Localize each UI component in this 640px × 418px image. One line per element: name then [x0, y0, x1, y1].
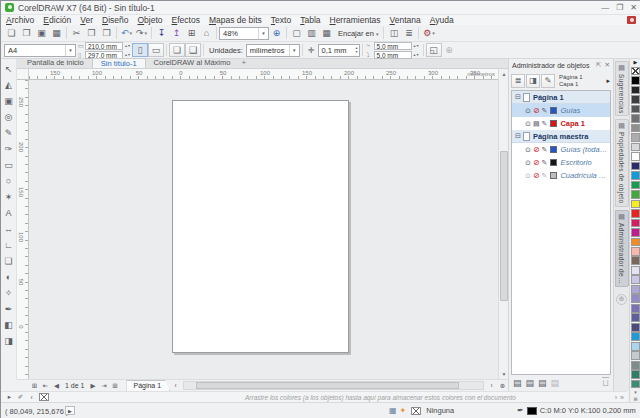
color-swatch[interactable] — [631, 124, 640, 133]
scroll-left-icon[interactable]: ‹ — [170, 382, 181, 389]
new-layer-button[interactable]: ▤ — [513, 378, 522, 388]
eyedropper-icon[interactable]: ✐ — [15, 393, 26, 401]
expand-palette-icon[interactable]: » — [620, 394, 624, 401]
duplicate-x-field[interactable]: 5,0 mm — [374, 42, 412, 50]
polygon-tool[interactable]: ✶ — [2, 189, 16, 205]
redo-icon[interactable]: ↷▾ — [134, 26, 149, 40]
tree-row-layer[interactable]: ⊙⊘✎Guías — [512, 104, 610, 117]
scroll-right-icon[interactable]: › — [486, 382, 497, 389]
no-color-swatch[interactable] — [39, 393, 49, 401]
color-swatch[interactable] — [631, 380, 640, 389]
import-icon[interactable]: ↧ — [154, 26, 169, 40]
palette-scroll-down-icon[interactable]: ▾ — [634, 389, 637, 395]
stepper-icon[interactable]: ▴▾ — [356, 46, 358, 54]
close-icon[interactable]: ✕ — [605, 61, 610, 69]
show-object-properties-button[interactable]: ◨ — [526, 74, 540, 88]
tree-row-layer[interactable]: ⊙▤✎Capa 1 — [512, 117, 610, 130]
color-eyedropper-tool[interactable]: ✧ — [2, 285, 16, 301]
color-swatch[interactable] — [631, 171, 640, 180]
color-swatch[interactable] — [631, 342, 640, 351]
color-swatch[interactable] — [631, 152, 640, 161]
undo-icon[interactable]: ↶▾ — [119, 26, 134, 40]
horizontal-scrollbar[interactable] — [183, 381, 484, 390]
previous-page-icon[interactable]: ◀ — [51, 382, 62, 390]
color-swatch[interactable] — [631, 162, 640, 171]
color-swatch[interactable] — [631, 76, 640, 85]
horizontal-ruler[interactable]: milímetros 15010050050100150200250300350 — [29, 69, 498, 80]
collapse-icon[interactable]: ⊟ — [515, 132, 521, 140]
tab-pantalla-de-inicio[interactable]: Pantalla de inicio — [19, 58, 92, 68]
sign-in-icon[interactable] — [627, 16, 636, 24]
color-swatch[interactable] — [631, 86, 640, 95]
color-swatch[interactable] — [631, 285, 640, 294]
vertical-scrollbar[interactable]: ▲ ▼ — [498, 69, 508, 379]
page-width-field[interactable]: 210,0 mm — [85, 42, 123, 50]
open-icon[interactable]: ❐ — [19, 26, 34, 40]
menu-mapas-de-bits[interactable]: Mapas de bits — [209, 15, 262, 25]
chevron-down-icon[interactable]: ▾ — [258, 28, 268, 39]
show-document-grid-icon[interactable]: ◫ — [386, 26, 401, 40]
color-swatch[interactable] — [631, 200, 640, 209]
docker-tab-propiedades-de-objeto[interactable]: ▤Propiedades de objeto — [615, 119, 629, 206]
color-swatch[interactable] — [631, 181, 640, 190]
stepper-icon[interactable]: ▴▾ — [413, 44, 419, 48]
landscape-button[interactable]: ▭ — [148, 43, 164, 57]
align-settings-icon[interactable]: ≣ — [401, 26, 416, 40]
crop-tool[interactable]: ▣ — [2, 93, 16, 109]
add-page-after-icon[interactable]: ⊞ — [109, 382, 120, 390]
text-tool[interactable]: A — [2, 205, 16, 221]
transparency-tool[interactable]: ◐ — [2, 269, 16, 285]
tree-row-layer[interactable]: ⊙⊘✎Escritorio — [512, 156, 610, 169]
tree-row-page[interactable]: ⊟Página 1 — [512, 91, 610, 104]
snap-to-dropdown[interactable]: Encajar en ▾ — [338, 29, 378, 38]
outline-pen-tool[interactable]: ✒ — [2, 301, 16, 317]
visibility-eye-icon[interactable]: ⊙ — [525, 120, 531, 128]
visibility-eye-icon[interactable]: ⊙ — [525, 146, 531, 154]
color-swatch[interactable] — [631, 143, 640, 152]
zoom-fit-icon[interactable]: ⊕ — [269, 26, 284, 40]
printable-icon[interactable]: ⊘ — [533, 145, 540, 154]
first-page-icon[interactable]: ⇤ — [40, 382, 51, 390]
menu-edicion[interactable]: Edición — [43, 15, 71, 25]
color-swatch[interactable] — [631, 228, 640, 237]
menu-tabla[interactable]: Tabla — [300, 15, 320, 25]
color-swatch[interactable] — [631, 133, 640, 142]
editable-pencil-icon[interactable]: ✎ — [542, 146, 548, 154]
rectangle-tool[interactable]: ▭ — [2, 157, 16, 173]
add-page-frame-button[interactable]: ⊕ — [442, 43, 457, 57]
status-options-icon[interactable]: ▶ — [65, 406, 75, 415]
portrait-button[interactable]: ▯ — [132, 43, 148, 57]
new-master-layer-all-button[interactable]: ▤ — [526, 378, 535, 388]
add-page-before-icon[interactable]: ⊞ — [29, 382, 40, 390]
artistic-media-tool[interactable]: ✑ — [2, 141, 16, 157]
new-document-icon[interactable]: ❏ — [4, 26, 19, 40]
color-swatch[interactable] — [631, 370, 640, 379]
minimize-button[interactable]: — — [601, 3, 609, 12]
palette-flyout-icon[interactable]: ▶ — [634, 59, 638, 66]
restore-button[interactable]: ❐ — [616, 3, 623, 12]
editable-pencil-icon[interactable]: ✎ — [542, 120, 548, 128]
close-button[interactable]: ✕ — [630, 3, 637, 12]
color-swatch[interactable] — [631, 238, 640, 247]
page-tab[interactable]: Página 1 — [126, 380, 170, 391]
docker-tab-administrador-de[interactable]: ▤Administrador de… — [615, 210, 629, 287]
document-info-icon[interactable]: ▦ — [389, 406, 397, 415]
menu-archivo[interactable]: Archivo — [6, 15, 34, 25]
layer-color-swatch[interactable] — [550, 120, 557, 127]
menu-ayuda[interactable]: Ayuda — [430, 15, 454, 25]
printable-icon[interactable]: ▤ — [533, 120, 540, 128]
menu-herramientas[interactable]: Herramientas — [330, 15, 381, 25]
chevron-down-icon[interactable]: ▾ — [65, 45, 75, 56]
cut-icon[interactable]: ✂ — [69, 26, 84, 40]
color-swatch[interactable] — [631, 209, 640, 218]
palette-flyout-icon[interactable]: ▸ — [4, 393, 15, 401]
tree-row-layer[interactable]: ⊙⊘✎Cuadrícula de documento — [512, 169, 610, 182]
color-swatch[interactable] — [631, 332, 640, 341]
menu-ventana[interactable]: Ventana — [390, 15, 421, 25]
new-master-layer-even-button[interactable]: ▤ — [551, 378, 560, 388]
color-swatch[interactable] — [631, 266, 640, 275]
stepper-icon[interactable]: ▴▾ — [124, 53, 130, 57]
menu-diseno[interactable]: Diseño — [102, 15, 128, 25]
paste-icon[interactable]: ❒ — [99, 26, 114, 40]
show-grid-icon[interactable]: ▦ — [319, 26, 334, 40]
